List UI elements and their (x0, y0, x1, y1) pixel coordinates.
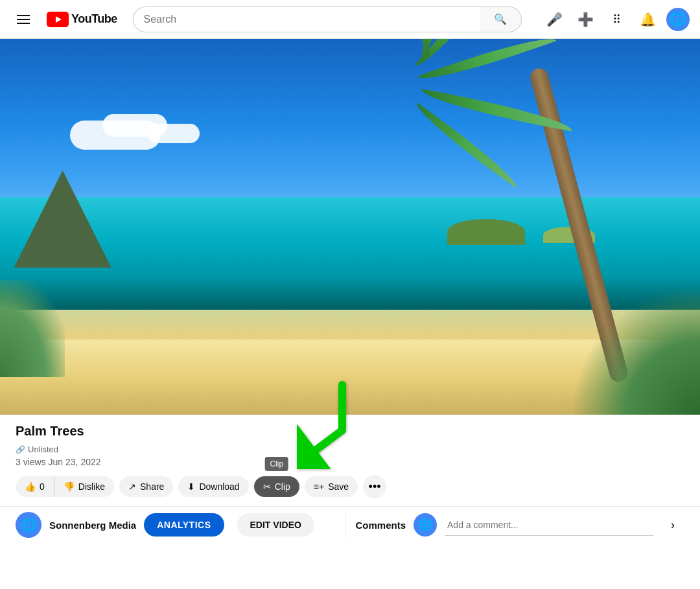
thumbs-down-icon: 👎 (64, 481, 75, 492)
analytics-button[interactable]: ANALYTICS (144, 513, 224, 537)
unlock-icon: 🔗 (16, 445, 25, 454)
unlisted-label: Unlisted (28, 445, 58, 454)
mic-icon: 🎤 (546, 12, 563, 27)
island (447, 219, 525, 245)
unlisted-badge: 🔗 Unlisted (16, 445, 101, 454)
scissors-icon: ✂ (263, 481, 271, 492)
channel-avatar[interactable]: 🌐 (16, 512, 41, 538)
channel-avatar-icon: 🌐 (21, 517, 37, 533)
chevron-right-icon: › (671, 518, 675, 532)
search-icon: 🔍 (494, 13, 507, 25)
save-button[interactable]: ≡+ Save (305, 476, 358, 497)
like-button[interactable]: 👍 0 (16, 476, 54, 497)
action-buttons: 👍 0 👎 Dislike ↗ Share ⬇ Download Clip ✂ … (16, 472, 684, 506)
thumbs-up-icon: 👍 (25, 481, 36, 492)
download-label: Download (199, 481, 239, 492)
expand-comments-button[interactable]: › (661, 513, 684, 537)
video-title: Palm Trees (16, 422, 684, 439)
save-label: Save (328, 481, 349, 492)
comment-user-avatar: 🌐 (414, 513, 437, 537)
video-player[interactable] (0, 39, 700, 415)
clip-label: Clip (275, 481, 290, 492)
palm-leaves (420, 50, 679, 212)
search-input[interactable] (133, 6, 480, 32)
comments-label: Comments (356, 520, 406, 531)
comments-section: Comments 🌐 › (345, 512, 685, 538)
like-dislike-group: 👍 0 👎 Dislike (16, 476, 114, 497)
save-icon: ≡+ (314, 481, 324, 492)
foliage-bottom-left (0, 280, 65, 377)
apps-button[interactable]: ⠿ (604, 6, 630, 32)
edit-video-label: EDIT VIDEO (250, 520, 301, 530)
video-meta-left: 🔗 Unlisted 3 views Jun 23, 2022 (16, 445, 101, 467)
like-count: 0 (40, 481, 45, 492)
video-container (0, 39, 700, 415)
hamburger-button[interactable] (10, 6, 36, 32)
share-icon: ↗ (128, 481, 136, 492)
beach-scene (0, 39, 700, 415)
channel-name: Sonnenberg Media (49, 520, 136, 531)
analytics-label: ANALYTICS (157, 520, 211, 530)
header-right: 🎤 ➕ ⠿ 🔔 🌐 (542, 6, 690, 32)
avatar-button[interactable]: 🌐 (666, 8, 690, 31)
share-label: Share (140, 481, 164, 492)
edit-video-button[interactable]: EDIT VIDEO (237, 513, 314, 537)
cloud3 (148, 124, 200, 143)
youtube-logo[interactable]: YouTube (47, 12, 117, 27)
video-stats: 3 views Jun 23, 2022 (16, 457, 101, 467)
header-left: YouTube (10, 6, 117, 32)
bell-icon: 🔔 (640, 12, 656, 27)
avatar-icon: 🌐 (669, 11, 686, 28)
video-info: Palm Trees 🔗 Unlisted 3 views Jun 23, 20… (0, 415, 700, 506)
create-button[interactable]: ➕ (573, 6, 599, 32)
clip-button-wrapper: Clip ✂ Clip (254, 476, 299, 497)
notifications-button[interactable]: 🔔 (635, 6, 661, 32)
foliage-bottom-right (570, 285, 700, 415)
hamburger-icon (17, 15, 30, 24)
download-button[interactable]: ⬇ Download (178, 476, 248, 497)
clip-tooltip: Clip (264, 457, 288, 471)
more-icon: ••• (369, 480, 381, 494)
channel-section: 🌐 Sonnenberg Media ANALYTICS EDIT VIDEO (16, 512, 345, 538)
create-icon: ➕ (578, 12, 594, 27)
youtube-icon (47, 12, 69, 27)
video-meta-row: 🔗 Unlisted 3 views Jun 23, 2022 (16, 445, 684, 467)
dislike-label: Dislike (78, 481, 105, 492)
comment-input[interactable] (445, 514, 653, 536)
apps-icon: ⠿ (612, 12, 621, 27)
dislike-button[interactable]: 👎 Dislike (54, 476, 114, 497)
mic-button[interactable]: 🎤 (542, 6, 568, 32)
youtube-wordmark: YouTube (71, 12, 117, 26)
clouds (70, 114, 264, 166)
search-button[interactable]: 🔍 (480, 6, 522, 32)
download-icon: ⬇ (187, 481, 195, 492)
clip-button[interactable]: ✂ Clip (254, 476, 299, 497)
more-button[interactable]: ••• (363, 475, 386, 498)
comment-avatar-icon: 🌐 (418, 518, 432, 532)
bottom-section: 🌐 Sonnenberg Media ANALYTICS EDIT VIDEO … (0, 506, 700, 543)
header: YouTube 🔍 🎤 ➕ ⠿ 🔔 🌐 (0, 0, 700, 39)
search-form: 🔍 (133, 6, 522, 32)
share-button[interactable]: ↗ Share (119, 476, 173, 497)
